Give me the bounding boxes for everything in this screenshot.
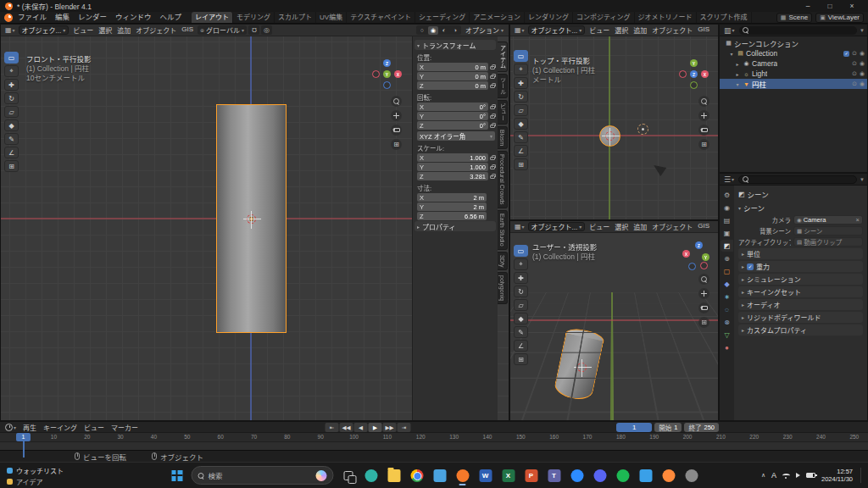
front-menu-2[interactable]: 選択 [96,25,114,35]
camera-object[interactable] [651,161,666,176]
timeline-menu-4[interactable]: マーカー [108,423,142,432]
section-custom-properties[interactable]: ▸カスタムプロパティ [738,324,863,336]
move-tool[interactable]: ✚ [514,272,528,284]
menu-3[interactable]: レンダー [74,12,111,23]
taskbar-app-teams[interactable]: T [544,465,565,485]
taskbar-app-blender[interactable] [453,465,473,485]
annotate-tool[interactable]: ✎ [4,133,19,145]
lock-icon[interactable] [490,166,495,169]
workspace-tab-2[interactable]: モデリング [233,12,275,23]
jump-end-button[interactable]: ⇥ [398,423,411,432]
n-panel-tab-6[interactable]: Earth Studio [498,210,508,250]
viewport-top-canvas[interactable]: トップ・平行投影 (1) Collection | 円柱 メートル ▭⌖✚↻▱◆… [510,36,718,219]
jump-start-button[interactable]: ⇤ [326,423,339,432]
render-visibility-toggle[interactable]: ◉ [860,60,865,67]
taskbar-app-excel[interactable]: X [498,465,519,485]
minimize-button[interactable]: – [797,0,819,12]
rotation-mode-select[interactable]: XYZ オイラー角▾ [417,131,495,141]
rotate-tool[interactable]: ↻ [4,92,19,104]
mode-select[interactable]: オブジェク...▾ [19,25,70,35]
workspace-tab-3[interactable]: スカルプト [275,12,316,23]
section-audio[interactable]: ▸オーディオ [738,299,863,310]
select-box-tool[interactable]: ▭ [514,50,528,62]
frame-end-field[interactable]: 終了250 [684,423,719,432]
move-tool[interactable]: ✚ [4,79,19,91]
user-menu-2[interactable]: 選択 [612,222,631,231]
cursor-tool[interactable]: ⌖ [514,258,528,270]
front-menu-4[interactable]: オブジェクト [133,25,179,35]
gizmo-axis-x[interactable]: X [701,70,709,78]
hide-eye-toggle[interactable]: ⊙ [852,80,857,87]
timeline-menu-2[interactable]: キーイング [40,423,81,432]
taskbar-app-task-view[interactable] [338,465,359,485]
particles-tab[interactable]: ∗ [721,291,733,302]
scale-z-field[interactable]: Z3.281 [417,172,488,180]
outliner-item-camera[interactable]: ▸◉Camera⊙◉ [720,58,867,69]
gizmo-axis-x[interactable]: X [394,70,402,78]
select-box-tool[interactable]: ▭ [514,245,528,257]
add-primitive-tool[interactable]: ⊞ [514,353,528,365]
taskbar-app-discord[interactable] [590,465,610,485]
section-keying-sets[interactable]: ▸キーイングセット [738,286,863,297]
render-visibility-toggle[interactable]: ◉ [860,70,865,77]
dimensions-y-field[interactable]: Y2 m [417,202,487,211]
section-units[interactable]: ▸単位 [738,248,863,259]
collection-checkbox[interactable]: ✓ [843,51,849,57]
close-button[interactable]: × [841,0,863,12]
gizmo-axis-z[interactable] [383,81,391,89]
camera-view-icon[interactable] [698,302,709,313]
navigation-gizmo[interactable]: ZYX [372,59,403,90]
gizmo-axis-z[interactable]: Z [695,241,703,249]
scale-tool[interactable]: ▱ [514,299,528,311]
annotate-tool[interactable]: ✎ [514,131,528,143]
top-menu-5[interactable]: GIS [695,25,712,35]
options-dropdown[interactable]: オプション▾ [717,25,718,35]
move-tool[interactable]: ✚ [514,77,528,89]
outliner-item-collection[interactable]: ▾▤Collection✓⊙◉ [720,48,867,58]
rotation-y-field[interactable]: Y0° [417,112,488,120]
timeline-track[interactable] [0,442,868,450]
lock-icon[interactable] [490,175,495,179]
top-menu-3[interactable]: 追加 [631,25,649,35]
taskbar-app-chrome-browser[interactable] [407,465,427,485]
taskbar-app-spotify[interactable] [613,465,633,485]
camera-selector[interactable]: ◉Camera× [793,215,863,225]
editor-type-icon[interactable]: ▦▾ [513,223,526,230]
navigation-gizmo[interactable]: YZX [679,59,709,90]
measure-tool[interactable]: ∠ [4,147,19,158]
render-visibility-toggle[interactable]: ◉ [860,80,865,87]
widgets-button[interactable]: ウォッチリスト アイデア [7,466,64,486]
proportional-editing-icon[interactable]: ◎ [261,25,272,35]
lock-icon[interactable] [490,66,495,69]
user-menu-3[interactable]: 追加 [631,222,649,231]
current-frame-field[interactable]: 1 [616,423,652,432]
gizmo-axis-x[interactable] [372,70,380,78]
gizmo-axis-z[interactable] [688,263,696,270]
transform-orientation-select[interactable]: ⊕グローバル▾ [198,25,247,35]
taskbar-app-word[interactable]: W [476,465,496,485]
gizmo-axis-z[interactable]: Z [690,70,698,78]
view-layer-tab[interactable]: ▣ [721,227,733,239]
gizmo-axis-y[interactable]: Y [383,70,391,78]
outliner-search-field[interactable] [739,26,858,35]
viewport-user-canvas[interactable]: ユーザー・透視投影 (1) Collection | 円柱 ▭⌖✚↻▱◆✎∠⊞ … [510,233,718,420]
menu-5[interactable]: ヘルプ [156,12,186,23]
add-primitive-tool[interactable]: ⊞ [4,160,19,172]
workspace-tab-8[interactable]: レンダリング [525,12,573,23]
expand-caret[interactable]: ▸ [734,61,741,67]
hide-eye-toggle[interactable]: ⊙ [852,50,857,57]
taskbar-app-edge-browser[interactable] [361,465,381,485]
workspace-tab-4[interactable]: UV編集 [316,12,347,23]
wireframe-shading[interactable]: ○ [417,26,427,35]
expand-caret[interactable]: ▾ [728,51,735,57]
workspace-tab-10[interactable]: ジオメトリノード [635,12,697,23]
workspace-tab-7[interactable]: アニメーション [470,12,525,23]
hide-eye-toggle[interactable]: ⊙ [852,70,857,77]
top-menu-2[interactable]: 選択 [612,25,631,35]
gizmo-axis-y[interactable] [690,81,698,89]
tool-tab[interactable]: ⚙ [721,189,733,201]
expand-caret[interactable]: ▾ [734,81,741,87]
gizmo-axis-y[interactable]: Y [690,59,698,67]
navigation-gizmo[interactable]: ZYX [681,241,711,271]
timeline-menu-3[interactable]: ビュー [81,423,108,432]
